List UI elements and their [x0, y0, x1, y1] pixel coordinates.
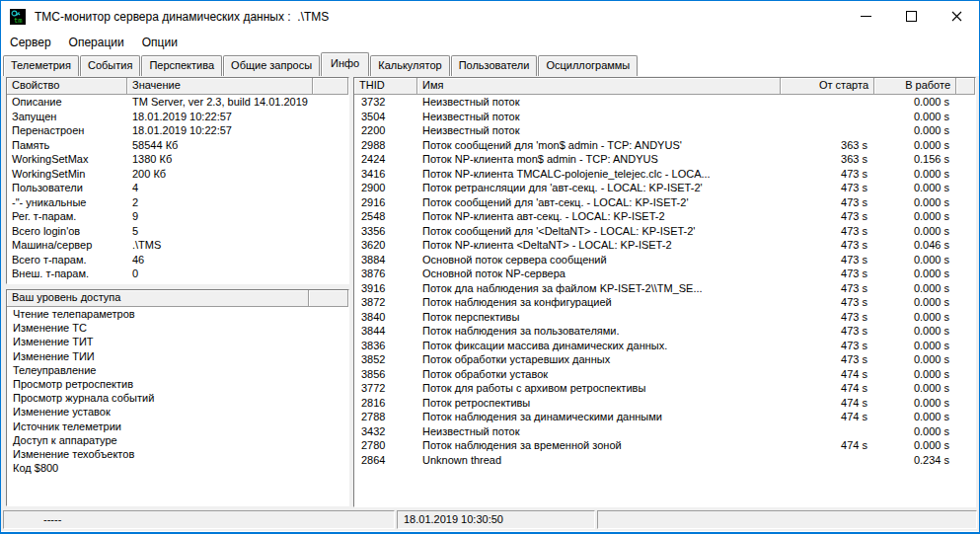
table-row[interactable]: 2548Поток NP-клиента авт-секц. - LOCAL: … [354, 209, 975, 224]
table-row[interactable]: 3732Неизвестный поток0.000 s [354, 95, 975, 110]
table-row[interactable]: 3884Основной поток сервера сообщений473 … [354, 253, 975, 267]
properties-list: ОписаниеTM Server, ver 2.3, build 14.01.… [7, 95, 348, 281]
table-row[interactable]: 2788Поток наблюдения за динамическими да… [354, 410, 975, 424]
table-row[interactable]: 3856Поток обработки уставок474 s0.000 s [354, 367, 975, 382]
list-item[interactable]: Изменение ТИИ [7, 349, 348, 363]
table-row[interactable]: Пользователи4 [7, 181, 348, 195]
list-item[interactable]: Чтение телепараметров [7, 307, 348, 321]
list-item[interactable]: Код $800 [7, 461, 348, 475]
table-row[interactable]: 2900Поток ретрансляции для 'авт-секц. - … [354, 181, 975, 195]
table-row[interactable]: Перенастроен18.01.2019 10:22:57 [7, 123, 348, 138]
column-header-thid[interactable]: THID [354, 78, 417, 95]
properties-header: Свойство Значение [7, 78, 348, 95]
table-row[interactable]: 3432Неизвестный поток0.000 s [354, 424, 975, 439]
table-row[interactable]: Рег. т-парам.9 [7, 209, 348, 224]
table-row[interactable]: 3504Неизвестный поток0.000 s [354, 110, 975, 124]
table-row[interactable]: 3844Поток наблюдения за пользователями.4… [354, 324, 975, 339]
table-row[interactable]: ОписаниеTM Server, ver 2.3, build 14.01.… [7, 95, 348, 110]
list-item[interactable]: Просмотр журнала событий [7, 391, 348, 405]
thread-from-start-cell: 474 s [781, 381, 874, 396]
thread-name-cell: Поток фиксации массива динамических данн… [417, 339, 781, 353]
table-row[interactable]: Всего т-парам.46 [7, 253, 348, 267]
property-value-cell: 18.01.2019 10:22:57 [127, 110, 348, 124]
tab-4[interactable]: Инфо [321, 52, 369, 76]
thread-busy-cell: 0.000 s [874, 295, 956, 310]
table-row[interactable]: Память58544 Кб [7, 138, 348, 153]
thread-busy-cell: 0.000 s [874, 253, 956, 267]
access-header: Ваш уровень доступа [7, 290, 348, 307]
list-item[interactable]: Изменение техобъектов [7, 447, 348, 461]
table-row[interactable]: 3772Поток для работы с архивом ретроспек… [354, 381, 975, 396]
thread-name-cell: Поток ретрансляции для 'авт-секц. - LOCA… [417, 181, 781, 195]
list-item[interactable]: Доступ к аппаратуре [7, 433, 348, 447]
table-row[interactable]: 3876Основной поток NP-сервера473 s0.000 … [354, 267, 975, 281]
table-row[interactable]: 2864Unknown thread0.234 s [354, 453, 975, 468]
table-row[interactable]: 2200Неизвестный поток0.000 s [354, 123, 975, 138]
property-name-cell: Описание [7, 95, 127, 110]
table-row[interactable]: Всего login'ов5 [7, 224, 348, 239]
thread-busy-cell: 0.000 s [874, 181, 956, 195]
table-row[interactable]: WorkingSetMax1380 Кб [7, 152, 348, 167]
table-row[interactable]: -"- уникальные2 [7, 195, 348, 210]
menu-bar: СерверОперацииОпции [1, 32, 979, 53]
table-row[interactable]: 2916Поток сообщений для 'авт-секц. - LOC… [354, 195, 975, 210]
column-header-property[interactable]: Свойство [7, 78, 127, 95]
table-row[interactable]: 3836Поток фиксации массива динамических … [354, 339, 975, 353]
table-row[interactable]: 3620Поток NP-клиента <DeltaNT> - LOCAL: … [354, 238, 975, 253]
tab-0[interactable]: Телеметрия [3, 55, 79, 76]
table-row[interactable]: Внеш. т-парам.0 [7, 267, 348, 281]
maximize-button[interactable] [888, 1, 934, 32]
table-row[interactable]: WorkingSetMin200 Кб [7, 167, 348, 182]
column-header-name[interactable]: Имя [417, 78, 781, 95]
column-header-from-start[interactable]: От старта [781, 78, 874, 95]
property-name-cell: -"- уникальные [7, 195, 127, 210]
tab-2[interactable]: Перспектива [141, 55, 222, 76]
property-value-cell: 5 [127, 224, 348, 239]
titlebar: tm ТМС-монитор сервера динамических данн… [1, 1, 979, 32]
list-item[interactable]: Изменение уставок [7, 405, 348, 419]
table-row[interactable]: 3872Поток наблюдения за конфигурацией473… [354, 295, 975, 310]
thread-busy-cell: 0.000 s [874, 339, 956, 353]
list-item[interactable]: Изменение ТС [7, 321, 348, 335]
thread-from-start-cell [781, 424, 874, 439]
thread-id-cell: 3884 [354, 253, 417, 267]
property-value-cell: 18.01.2019 10:22:57 [127, 123, 348, 138]
tab-6[interactable]: Пользователи [451, 55, 538, 76]
thread-from-start-cell: 474 s [781, 367, 874, 382]
column-header-value[interactable]: Значение [127, 78, 313, 95]
list-item[interactable]: Изменение ТИТ [7, 335, 348, 348]
threads-panel: THID Имя От старта В работе 3732Неизвест… [353, 77, 976, 507]
tab-1[interactable]: События [80, 55, 140, 76]
list-item[interactable]: Источник телеметрии [7, 420, 348, 433]
thread-from-start-cell: 473 s [781, 253, 874, 267]
table-row[interactable]: 2988Поток сообщений для 'mon$ admin - TC… [354, 138, 975, 153]
minimize-button[interactable] [843, 1, 888, 32]
column-header-busy[interactable]: В работе [874, 78, 956, 95]
table-row[interactable]: 3840Поток перспективы473 s0.000 s [354, 310, 975, 325]
close-button[interactable] [934, 1, 979, 32]
table-row[interactable]: Запущен18.01.2019 10:22:57 [7, 110, 348, 124]
thread-id-cell: 3856 [354, 367, 417, 382]
tab-7[interactable]: Осциллограммы [538, 55, 638, 76]
menu-item-1[interactable]: Операции [60, 34, 133, 51]
table-row[interactable]: 2780Поток наблюдения за временной зоной4… [354, 438, 975, 453]
thread-id-cell: 2788 [354, 410, 417, 424]
column-header-filler [956, 78, 975, 95]
table-row[interactable]: 2424Поток NP-клиента mon$ admin - TCP: A… [354, 152, 975, 167]
tab-3[interactable]: Общие запросы [223, 55, 320, 76]
table-row[interactable]: 3916Поток дла наблюдения за файлом KP-IS… [354, 281, 975, 296]
menu-item-2[interactable]: Опции [133, 34, 187, 51]
table-row[interactable]: 2816Поток ретроспективы474 s0.000 s [354, 396, 975, 411]
table-row[interactable]: 3416Поток NP-клиента TMCALC-polojenie_te… [354, 167, 975, 182]
table-row[interactable]: Машина/сервер.\TMS [7, 238, 348, 253]
menu-item-0[interactable]: Сервер [1, 34, 60, 51]
table-row[interactable]: 3852Поток обработки устаревших данных473… [354, 352, 975, 367]
list-item[interactable]: Телеуправление [7, 363, 348, 377]
tab-5[interactable]: Калькулятор [370, 55, 449, 76]
thread-id-cell: 3620 [354, 238, 417, 253]
thread-id-cell: 3836 [354, 339, 417, 353]
table-row[interactable]: 3356Поток сообщений для '<DeltaNT> - LOC… [354, 224, 975, 239]
thread-id-cell: 2548 [354, 209, 417, 224]
column-header-access-level[interactable]: Ваш уровень доступа [7, 290, 309, 307]
list-item[interactable]: Просмотр ретроспектив [7, 377, 348, 391]
